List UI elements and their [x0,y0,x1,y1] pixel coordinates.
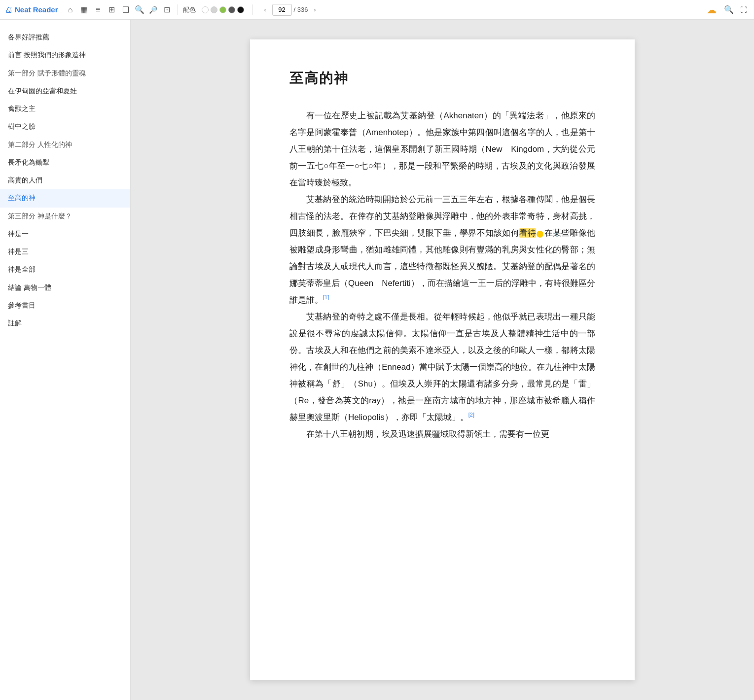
book-page: 至高的神 有一位在歷史上被記載為艾基納登（Akhenaten）的「異端法老」，他… [250,39,635,680]
toolbar: 🖨 Neat Reader ⌂ ▦ ≡ ⊞ ❑ 🔍 🔎 ⊡ 配色 ‹ / 336… [0,0,754,20]
prev-page-button[interactable]: ‹ [260,5,270,15]
next-page-button[interactable]: › [310,5,320,15]
highlighted-text: 看待 [519,228,537,238]
content-area: 至高的神 有一位在歷史上被記載為艾基納登（Akhenaten）的「異端法老」，他… [131,20,754,700]
paragraph-4: 在第十八王朝初期，埃及迅速擴展疆域取得新領土，需要有一位更 [289,426,595,443]
sidebar-item-conclusion[interactable]: 結論 萬物一體 [0,279,130,297]
sidebar-item-eden[interactable]: 在伊甸園的亞當和夏娃 [0,82,130,100]
sidebar-item-noble[interactable]: 高貴的人們 [0,172,130,189]
cloud-icon[interactable]: ☁ [704,2,719,18]
page-navigation: ‹ / 336 › [260,4,320,16]
sidebar: 各界好評推薦 前言 按照我們的形象造神 第一部分 賦予形體的靈魂 在伊甸園的亞當… [0,20,131,700]
resize-icon[interactable]: ⊡ [162,4,173,15]
book-icon[interactable]: ▦ [79,4,90,15]
page-icon[interactable]: ❑ [120,4,131,15]
sidebar-item-part1[interactable]: 第一部分 賦予形體的靈魂 [0,65,130,82]
sidebar-item-references[interactable]: 參考書目 [0,297,130,315]
grid-icon[interactable]: ⊞ [107,4,117,15]
page-number-input[interactable] [272,4,292,16]
search-icon[interactable]: 🔍 [134,4,145,15]
sidebar-item-osiris[interactable]: 長矛化為鋤犁 [0,154,130,172]
color-palette [202,6,244,13]
sidebar-item-part3[interactable]: 第三部分 神是什麼？ [0,208,130,225]
sidebar-item-god1[interactable]: 神是一 [0,225,130,243]
chapter-title: 至高的神 [289,69,595,88]
color-black[interactable] [237,6,244,13]
color-green[interactable] [219,6,226,13]
paragraph-2: 艾基納登的統治時期開始於公元前一三五三年左右，根據各種傳聞，他是個長相古怪的法老… [289,191,595,309]
chapter-body: 有一位在歷史上被記載為艾基納登（Akhenaten）的「異端法老」，他原來的名字… [289,107,595,443]
sidebar-item-godall[interactable]: 神是全部 [0,261,130,279]
sidebar-item-treeface[interactable]: 樹中之臉 [0,118,130,136]
footnote-ref-2[interactable]: [2] [468,412,474,418]
sidebar-item-preface[interactable]: 前言 按照我們的形象造神 [0,46,130,64]
color-lightgray[interactable] [211,6,217,13]
paragraph-1: 有一位在歷史上被記載為艾基納登（Akhenaten）的「異端法老」，他原來的名字… [289,107,595,191]
toolbar-right: ☁ 🔍 ⛶ [704,2,749,18]
sidebar-item-recommend[interactable]: 各界好評推薦 [0,29,130,46]
color-white[interactable] [202,6,209,13]
home-icon[interactable]: ⌂ [65,4,76,15]
sidebar-item-god3[interactable]: 神是三 [0,243,130,261]
page-total: / 336 [294,6,308,13]
paragraph-3: 艾基納登的奇特之處不僅是長相。從年輕時候起，他似乎就已表現出一種只能說是很不尋常… [289,309,595,426]
search2-icon[interactable]: 🔎 [148,4,159,15]
color-darkgray[interactable] [228,6,235,13]
app-brand[interactable]: 🖨 Neat Reader [5,5,58,14]
sidebar-item-part2[interactable]: 第二部分 人性化的神 [0,136,130,154]
main-layout: 各界好評推薦 前言 按照我們的形象造神 第一部分 賦予形體的靈魂 在伊甸園的亞當… [0,20,754,700]
color-label: 配色 [183,5,196,14]
menu-icon[interactable]: ≡ [93,4,104,15]
divider1 [178,4,178,15]
brand-icon: 🖨 [5,5,13,14]
divider2 [252,4,252,15]
sidebar-item-notes[interactable]: 註解 [0,315,130,332]
sidebar-item-beast[interactable]: 禽獸之主 [0,100,130,118]
app-title: Neat Reader [15,5,58,14]
search-right-icon[interactable]: 🔍 [723,4,734,15]
footnote-ref-1[interactable]: [1] [323,294,329,300]
annotation-icon[interactable]: 📎 [537,231,543,238]
sidebar-item-supreme[interactable]: 至高的神 [0,189,130,207]
expand-icon[interactable]: ⛶ [738,4,749,15]
